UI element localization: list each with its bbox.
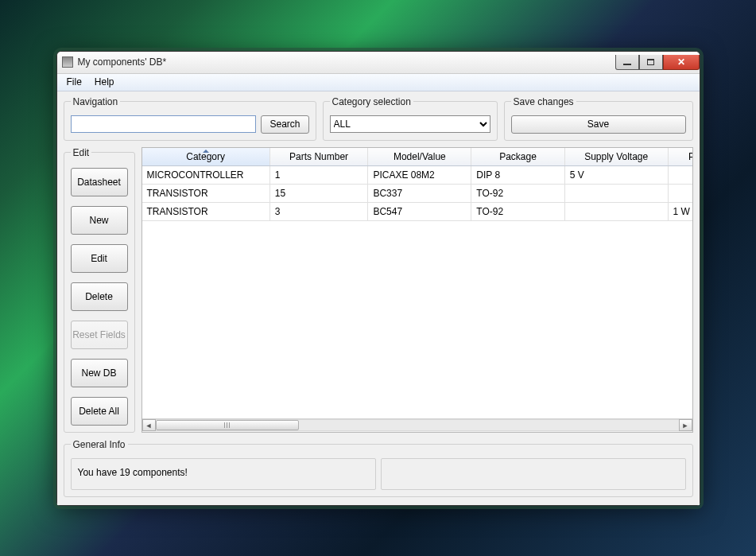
general-info-group: General Info You have 19 components! bbox=[64, 439, 693, 497]
components-table[interactable]: Category Parts Number Model/Value Packag… bbox=[142, 148, 692, 221]
cell-supply_voltage[interactable]: 5 V bbox=[564, 165, 668, 184]
scroll-track[interactable] bbox=[156, 419, 679, 431]
client-area: Navigation Search Category selection ALL… bbox=[57, 91, 700, 505]
save-legend: Save changes bbox=[511, 96, 576, 107]
general-info-legend: General Info bbox=[71, 439, 128, 450]
cell-category[interactable]: MICROCONTROLLER bbox=[142, 165, 270, 184]
cell-supply_voltage[interactable] bbox=[564, 184, 668, 202]
cell-power_rating[interactable] bbox=[668, 165, 692, 184]
menu-help[interactable]: Help bbox=[88, 74, 121, 90]
cell-parts_number[interactable]: 3 bbox=[269, 202, 368, 220]
info-message-box: You have 19 components! bbox=[71, 458, 376, 490]
cell-model_value[interactable]: BC337 bbox=[368, 184, 471, 202]
table-row[interactable]: TRANSISTOR15BC337TO-92 bbox=[142, 184, 692, 202]
col-supply-voltage[interactable]: Supply Voltage bbox=[564, 148, 668, 166]
edit-group: Edit Datasheet New Edit Delete Reset Fie… bbox=[64, 147, 135, 433]
category-select[interactable]: ALL bbox=[330, 115, 490, 133]
close-button[interactable]: ✕ bbox=[663, 55, 700, 70]
maximize-button[interactable] bbox=[639, 55, 663, 70]
category-group: Category selection ALL bbox=[323, 96, 498, 141]
mid-row: Edit Datasheet New Edit Delete Reset Fie… bbox=[64, 147, 693, 433]
col-model-value[interactable]: Model/Value bbox=[368, 148, 471, 166]
table-row[interactable]: MICROCONTROLLER1PICAXE 08M2DIP 85 V5.5 V bbox=[142, 165, 692, 184]
delete-button[interactable]: Delete bbox=[71, 282, 128, 311]
scroll-right-arrow[interactable]: ► bbox=[679, 419, 692, 431]
navigation-group: Navigation Search bbox=[64, 96, 316, 141]
table-container: Category Parts Number Model/Value Packag… bbox=[142, 147, 693, 433]
cell-package[interactable]: DIP 8 bbox=[471, 165, 564, 184]
table-header-row: Category Parts Number Model/Value Packag… bbox=[142, 148, 692, 166]
col-category[interactable]: Category bbox=[142, 148, 270, 166]
new-db-button[interactable]: New DB bbox=[71, 359, 128, 387]
edit-legend: Edit bbox=[71, 147, 92, 158]
search-input[interactable] bbox=[71, 115, 257, 133]
search-button[interactable]: Search bbox=[261, 115, 308, 134]
cell-parts_number[interactable]: 15 bbox=[269, 184, 368, 202]
menubar: File Help bbox=[57, 74, 700, 91]
col-parts-number[interactable]: Parts Number bbox=[269, 148, 368, 166]
cell-parts_number[interactable]: 1 bbox=[269, 165, 368, 184]
titlebar[interactable]: My components' DB* ✕ bbox=[57, 52, 700, 74]
new-button[interactable]: New bbox=[71, 206, 128, 235]
info-secondary-box bbox=[381, 458, 686, 490]
cell-power_rating[interactable] bbox=[668, 184, 692, 202]
col-package[interactable]: Package bbox=[471, 148, 564, 166]
top-row: Navigation Search Category selection ALL… bbox=[64, 96, 693, 141]
menu-file[interactable]: File bbox=[60, 74, 88, 90]
navigation-legend: Navigation bbox=[71, 96, 121, 107]
bottom-row: General Info You have 19 components! bbox=[64, 439, 693, 497]
save-group: Save changes Save bbox=[504, 96, 693, 141]
window-title: My components' DB* bbox=[78, 56, 167, 68]
horizontal-scrollbar[interactable]: ◄ ► bbox=[142, 418, 692, 432]
save-button[interactable]: Save bbox=[511, 115, 686, 134]
cell-model_value[interactable]: BC547 bbox=[368, 202, 471, 220]
scroll-left-arrow[interactable]: ◄ bbox=[142, 419, 156, 431]
minimize-button[interactable] bbox=[615, 55, 639, 70]
scroll-thumb[interactable] bbox=[156, 420, 299, 430]
cell-power_rating[interactable]: 1 W bbox=[668, 202, 692, 220]
col-power-rating[interactable]: Power Rating bbox=[668, 148, 692, 166]
cell-package[interactable]: TO-92 bbox=[471, 202, 564, 220]
edit-button[interactable]: Edit bbox=[71, 244, 128, 273]
delete-all-button[interactable]: Delete All bbox=[71, 397, 128, 426]
cell-model_value[interactable]: PICAXE 08M2 bbox=[368, 165, 471, 184]
category-legend: Category selection bbox=[330, 96, 413, 107]
table-row[interactable]: TRANSISTOR3BC547TO-921 W bbox=[142, 202, 692, 220]
app-icon bbox=[62, 56, 73, 68]
info-message: You have 19 components! bbox=[78, 467, 188, 478]
datasheet-button[interactable]: Datasheet bbox=[71, 168, 128, 196]
app-window: My components' DB* ✕ File Help Navigatio… bbox=[56, 51, 700, 506]
window-controls: ✕ bbox=[615, 55, 700, 70]
cell-category[interactable]: TRANSISTOR bbox=[142, 202, 270, 220]
cell-package[interactable]: TO-92 bbox=[471, 184, 564, 202]
reset-fields-button: Reset Fields bbox=[71, 321, 128, 349]
cell-supply_voltage[interactable] bbox=[564, 202, 668, 220]
cell-category[interactable]: TRANSISTOR bbox=[142, 184, 270, 202]
